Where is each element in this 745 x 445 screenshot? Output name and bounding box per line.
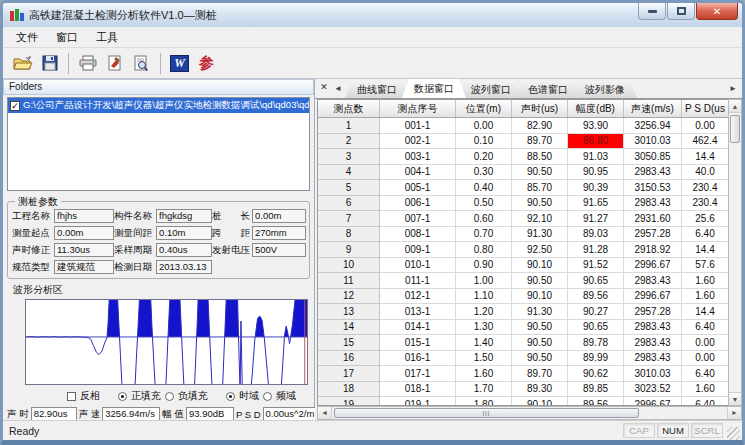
scroll-up-button[interactable]: ▲ xyxy=(729,100,741,113)
readout-field-1[interactable]: 3256.94m/s xyxy=(102,407,160,421)
row-number-cell[interactable]: 3 xyxy=(318,149,380,165)
table-cell[interactable]: 015-1 xyxy=(380,335,456,351)
table-cell[interactable]: 89.99 xyxy=(568,351,624,367)
save-button[interactable] xyxy=(36,51,63,76)
param-field-10[interactable]: 2013.03.13 xyxy=(156,260,212,274)
table-cell[interactable]: 013-1 xyxy=(380,304,456,320)
table-cell[interactable]: 2996.67 xyxy=(624,289,682,305)
table-cell[interactable]: 005-1 xyxy=(380,180,456,196)
table-cell[interactable]: 3050.85 xyxy=(624,149,682,165)
row-number-cell[interactable]: 11 xyxy=(318,273,380,289)
table-cell[interactable]: 89.85 xyxy=(568,382,624,398)
table-cell[interactable]: 462.4 xyxy=(682,134,728,150)
scroll-down-button[interactable]: ▼ xyxy=(729,392,741,405)
table-cell[interactable]: 0.60 xyxy=(456,211,512,227)
table-cell[interactable]: 2983.43 xyxy=(624,351,682,367)
table-cell[interactable]: 91.30 xyxy=(512,304,568,320)
table-cell[interactable]: 0.00 xyxy=(682,118,728,134)
folders-list[interactable]: ✓ G:\公司产品设计开发\超声仪器\超声仪实地检测数据调试\qd\qd03\q… xyxy=(7,97,310,191)
row-number-cell[interactable]: 4 xyxy=(318,165,380,181)
tab-4[interactable]: 波列影像 xyxy=(573,81,637,98)
row-number-cell[interactable]: 15 xyxy=(318,335,380,351)
row-number-cell[interactable]: 16 xyxy=(318,351,380,367)
table-cell[interactable]: 90.10 xyxy=(512,397,568,405)
table-cell[interactable]: 3023.52 xyxy=(624,382,682,398)
table-cell[interactable]: 89.78 xyxy=(568,335,624,351)
table-cell[interactable]: 89.70 xyxy=(512,134,568,150)
tab-2[interactable]: 波列窗口 xyxy=(459,81,523,98)
maximize-button[interactable] xyxy=(667,3,695,20)
table-cell[interactable]: 1.60 xyxy=(682,289,728,305)
table-cell[interactable]: 016-1 xyxy=(380,351,456,367)
table-cell[interactable]: 40.0 xyxy=(682,165,728,181)
table-cell[interactable]: 90.50 xyxy=(512,273,568,289)
vertical-scrollbar[interactable]: ▲ ▼ xyxy=(728,99,742,406)
table-cell[interactable]: 230.4 xyxy=(682,180,728,196)
table-cell[interactable]: 1.60 xyxy=(682,273,728,289)
positive-fill-radio[interactable] xyxy=(118,392,127,401)
row-number-cell[interactable]: 1 xyxy=(318,118,380,134)
table-cell[interactable]: 1.60 xyxy=(682,382,728,398)
scroll-left-button[interactable]: ◄ xyxy=(318,407,332,419)
param-field-8[interactable]: 500V xyxy=(252,243,306,257)
table-cell[interactable]: 14.4 xyxy=(682,242,728,258)
table-cell[interactable]: 0.00 xyxy=(682,335,728,351)
table-cell[interactable]: 90.10 xyxy=(512,258,568,274)
column-header-3[interactable]: 声时(us) xyxy=(512,100,568,117)
table-cell[interactable]: 57.6 xyxy=(682,258,728,274)
minimize-button[interactable] xyxy=(638,3,666,20)
readout-field-0[interactable]: 82.90us xyxy=(31,407,77,421)
table-cell[interactable]: 0.70 xyxy=(456,227,512,243)
table-cell[interactable]: 008-1 xyxy=(380,227,456,243)
table-cell[interactable]: 89.56 xyxy=(568,397,624,405)
column-header-0[interactable]: 测点数 xyxy=(318,100,380,117)
table-cell[interactable]: 90.65 xyxy=(568,320,624,336)
table-cell[interactable]: 91.28 xyxy=(568,242,624,258)
table-cell[interactable]: 018-1 xyxy=(380,382,456,398)
invert-checkbox[interactable] xyxy=(67,392,76,401)
param-field-2[interactable]: 0.00m xyxy=(252,209,306,223)
param-field-6[interactable]: 11.30us xyxy=(54,243,114,257)
table-cell[interactable]: 90.50 xyxy=(512,320,568,336)
table-cell[interactable]: 91.03 xyxy=(568,149,624,165)
tab-scroll-left-button[interactable]: ◄ xyxy=(334,84,342,93)
row-number-cell[interactable]: 7 xyxy=(318,211,380,227)
table-cell[interactable]: 1.50 xyxy=(456,351,512,367)
table-cell[interactable]: 0.00 xyxy=(456,118,512,134)
pane-close-button[interactable]: ✕ xyxy=(317,81,331,94)
table-cell[interactable]: 82.90 xyxy=(512,118,568,134)
readout-field-3[interactable]: 0.00us^2/m xyxy=(263,407,317,421)
table-cell[interactable]: 0.10 xyxy=(456,134,512,150)
table-cell[interactable]: 009-1 xyxy=(380,242,456,258)
table-cell[interactable]: 1.70 xyxy=(456,382,512,398)
time-domain-radio[interactable] xyxy=(226,392,235,401)
table-cell[interactable]: 1.80 xyxy=(456,397,512,405)
table-cell[interactable]: 3150.53 xyxy=(624,180,682,196)
row-number-cell[interactable]: 19 xyxy=(318,397,380,405)
tab-scroll-right-button[interactable]: ► xyxy=(729,84,737,93)
table-cell[interactable]: 3010.03 xyxy=(624,366,682,382)
resize-grip[interactable] xyxy=(727,427,740,440)
table-cell[interactable]: 14.4 xyxy=(682,304,728,320)
row-number-cell[interactable]: 17 xyxy=(318,366,380,382)
table-cell[interactable]: 88.50 xyxy=(512,149,568,165)
table-cell[interactable]: 3010.03 xyxy=(624,134,682,150)
table-cell[interactable]: 89.30 xyxy=(512,382,568,398)
export-word-button[interactable]: W xyxy=(166,51,193,76)
table-cell[interactable]: 2983.43 xyxy=(624,335,682,351)
table-cell[interactable]: 2996.67 xyxy=(624,397,682,405)
table-cell[interactable]: 1.10 xyxy=(456,289,512,305)
table-cell[interactable]: 92.50 xyxy=(512,242,568,258)
table-cell[interactable]: 6.40 xyxy=(682,227,728,243)
table-cell[interactable]: 2918.92 xyxy=(624,242,682,258)
table-cell[interactable]: 0.20 xyxy=(456,149,512,165)
param-field-4[interactable]: 0.10m xyxy=(156,226,212,240)
table-cell[interactable]: 010-1 xyxy=(380,258,456,274)
table-cell[interactable]: 017-1 xyxy=(380,366,456,382)
table-cell[interactable]: 90.50 xyxy=(512,351,568,367)
table-cell[interactable]: 90.10 xyxy=(512,289,568,305)
row-number-cell[interactable]: 8 xyxy=(318,227,380,243)
open-button[interactable] xyxy=(9,51,36,76)
param-field-1[interactable]: fhgkdsg xyxy=(156,209,212,223)
menu-item-tools[interactable]: 工具 xyxy=(87,28,127,47)
